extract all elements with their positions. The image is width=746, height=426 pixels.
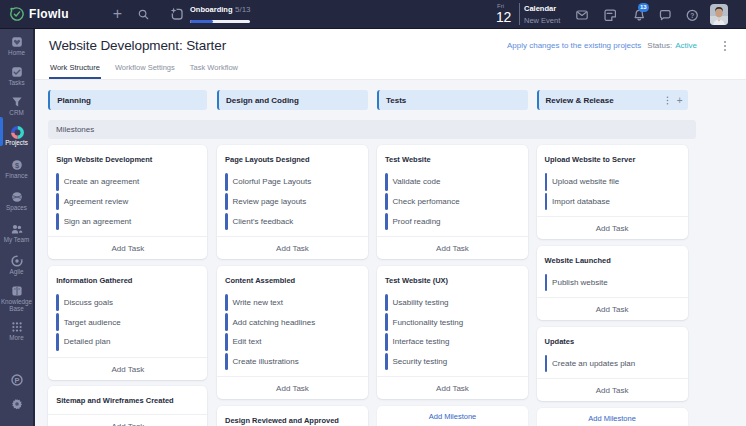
add-task-button[interactable]: Add Task [48, 414, 207, 426]
milestone-title[interactable]: Sitemap and Wireframes Created [48, 386, 207, 407]
partner-button[interactable]: P [0, 374, 33, 387]
sidebar-item-label: Projects [0, 139, 33, 146]
task-item[interactable]: Functionality testing [385, 313, 520, 331]
sidebar-item-finance[interactable]: $Finance [0, 159, 33, 179]
task-item[interactable]: Target audience [56, 313, 199, 331]
task-label: Review page layouts [233, 197, 307, 206]
sidebar-item-agile[interactable]: Agile [0, 255, 33, 275]
task-item[interactable]: Security testing [385, 353, 520, 371]
task-item[interactable]: Create an agreement [56, 173, 199, 191]
brand[interactable]: Flowlu [10, 7, 69, 21]
column-header[interactable]: Design and Coding [217, 90, 368, 110]
task-item[interactable]: Discuss goals [56, 294, 199, 312]
sidebar-item-tasks[interactable]: Tasks [0, 66, 33, 86]
add-icon[interactable]: + [111, 7, 124, 18]
search-icon[interactable] [138, 9, 149, 20]
task-item[interactable]: Edit text [225, 333, 360, 351]
milestone-title[interactable]: Design Reviewed and Approved [217, 406, 368, 426]
add-milestone-button[interactable]: Add Milestone [537, 408, 688, 426]
task-status-bar [56, 333, 59, 351]
task-item[interactable]: Import database [545, 193, 680, 211]
apply-changes-link[interactable]: Apply changes to the existing projects [507, 41, 641, 50]
task-list: Write new textAdd catching headlinesEdit… [217, 294, 368, 371]
task-item[interactable]: Usability testing [385, 294, 520, 312]
milestone-title[interactable]: Page Layouts Designed [217, 145, 368, 166]
add-task-button[interactable]: Add Task [48, 357, 207, 380]
task-item[interactable]: Create an updates plan [545, 355, 680, 373]
column-cards: Upload Website to ServerUpload website f… [537, 145, 688, 426]
add-task-button[interactable]: Add Task [537, 216, 688, 239]
task-item[interactable]: Client's feedback [225, 213, 360, 231]
milestone-title[interactable]: Upload Website to Server [537, 145, 688, 166]
tab-workflow-settings[interactable]: Workflow Settings [114, 63, 176, 79]
onboarding-icon[interactable] [170, 7, 183, 20]
notes-icon[interactable] [604, 9, 617, 22]
chat-icon[interactable] [659, 9, 672, 22]
milestones-row[interactable]: Milestones [48, 120, 696, 139]
add-task-button[interactable]: Add Task [48, 236, 207, 259]
add-task-button[interactable]: Add Task [537, 378, 688, 401]
task-label: Interface testing [393, 337, 450, 346]
milestone-title[interactable]: Updates [537, 327, 688, 348]
task-item[interactable]: Write new text [225, 294, 360, 312]
milestone-card: Test WebsiteValidate codeCheck perfomanc… [377, 145, 528, 259]
add-task-button[interactable]: Add Task [377, 236, 528, 259]
milestone-card: Sign Website DevelopmentCreate an agreem… [48, 145, 207, 259]
status-value[interactable]: Active [675, 41, 697, 50]
column-header[interactable]: Tests [377, 90, 528, 110]
task-item[interactable]: Add catching headlines [225, 313, 360, 331]
milestone-title[interactable]: Information Gathered [48, 266, 207, 287]
task-item[interactable]: Agreement review [56, 193, 199, 211]
calendar-widget[interactable]: Calendar New Event [524, 4, 560, 25]
tab-work-structure[interactable]: Work Structure [49, 63, 101, 79]
tab-task-workflow[interactable]: Task Workflow [189, 63, 239, 79]
milestone-title[interactable]: Test Website [377, 145, 528, 166]
help-icon[interactable]: ? [686, 9, 699, 22]
task-item[interactable]: Proof reading [385, 213, 520, 231]
sidebar-item-knowledge-base[interactable]: Knowledge Base [0, 285, 33, 312]
sidebar-item-spaces[interactable]: Spaces [0, 191, 33, 211]
task-item[interactable]: Create illustrations [225, 353, 360, 371]
flowlu-app: Flowlu + Onboarding 5/13 Fri 12 Calendar… [0, 0, 746, 426]
onboarding-label[interactable]: Onboarding [190, 5, 233, 14]
user-avatar[interactable] [710, 4, 728, 25]
sidebar-item-crm[interactable]: CRM [0, 96, 33, 116]
task-item[interactable]: Interface testing [385, 333, 520, 351]
sidebar-item-projects[interactable]: Projects [0, 126, 33, 146]
task-item[interactable]: Colorful Page Layouts [225, 173, 360, 191]
add-task-button[interactable]: Add Task [217, 236, 368, 259]
add-task-button[interactable]: Add Task [537, 297, 688, 320]
task-item[interactable]: Validate code [385, 173, 520, 191]
mail-icon[interactable] [576, 9, 588, 21]
onboarding-progress-fill [190, 20, 213, 23]
column-add-icon[interactable]: + [677, 96, 683, 105]
column-menu-dots-icon[interactable] [664, 96, 671, 105]
milestone-title[interactable]: Website Launched [537, 246, 688, 267]
header-menu-dots-icon[interactable] [720, 40, 730, 52]
milestone-title[interactable]: Test Website (UX) [377, 266, 528, 287]
settings-gear-button[interactable] [0, 398, 33, 411]
add-milestone-button[interactable]: Add Milestone [377, 406, 528, 426]
agile-icon [11, 255, 23, 267]
sidebar: HomeTasksCRMProjects$FinanceSpacesMy Tea… [0, 29, 35, 426]
milestone-title[interactable]: Content Assembled [217, 266, 368, 287]
add-task-button[interactable]: Add Task [377, 376, 528, 399]
column-header[interactable]: Review & Release+ [537, 90, 688, 110]
task-item[interactable]: Review page layouts [225, 193, 360, 211]
task-label: Check perfomance [393, 197, 460, 206]
sidebar-item-label: My Team [0, 236, 33, 243]
task-item[interactable]: Sign an agreement [56, 213, 199, 231]
date-widget[interactable]: Fri 12 [496, 3, 514, 24]
sidebar-item-my-team[interactable]: My Team [0, 223, 33, 243]
task-item[interactable]: Check perfomance [385, 193, 520, 211]
add-task-button[interactable]: Add Task [217, 376, 368, 399]
column-header[interactable]: Planning [48, 90, 207, 110]
task-item[interactable]: Upload website file [545, 173, 680, 191]
milestone-title[interactable]: Sign Website Development [48, 145, 207, 166]
sidebar-item-more[interactable]: More [0, 321, 33, 341]
sidebar-item-home[interactable]: Home [0, 36, 33, 56]
task-item[interactable]: Detailed plan [56, 333, 199, 351]
task-item[interactable]: Publish website [545, 274, 680, 292]
task-status-bar [225, 294, 228, 312]
page-header: Website Development: Starter Apply chang… [35, 29, 746, 80]
